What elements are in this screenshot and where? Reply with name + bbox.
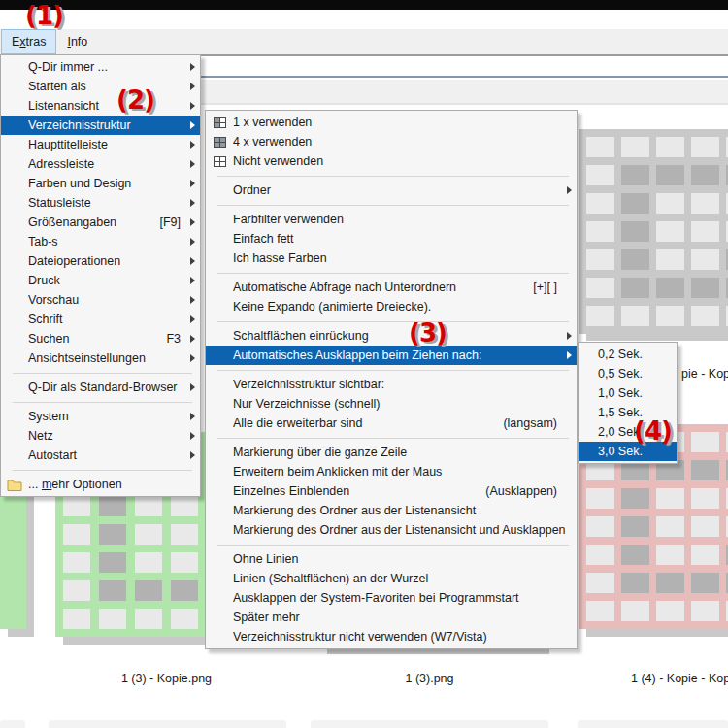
menu-item-ohne-linien[interactable]: Ohne Linien (206, 549, 577, 569)
checker-cell (171, 580, 198, 601)
menu-item-label: Farbfilter verwenden (233, 213, 344, 226)
menu-item-netz[interactable]: Netz (1, 426, 200, 446)
file-label-2[interactable]: 1 (3).png (311, 672, 548, 685)
menubar-item-info[interactable]: Info (56, 29, 98, 54)
checker-cell (656, 601, 684, 621)
checker-cell (135, 580, 162, 601)
checker-cell (171, 524, 198, 545)
menu-item-label: Verzeichnisstruktur (28, 118, 131, 132)
menu-item-0-5-sek[interactable]: 0,5 Sek. (579, 364, 677, 383)
menu-item-starten-als[interactable]: Starten als (1, 77, 200, 96)
checker-cell (691, 306, 719, 326)
menu-item-1-0-sek[interactable]: 1,0 Sek. (579, 383, 677, 403)
menu-item-label: Druck (28, 274, 60, 287)
menu-item-später-mehr[interactable]: Später mehr (206, 608, 577, 627)
menu-item-adressleiste[interactable]: Adressleiste (1, 154, 200, 174)
menu-item-listenansicht[interactable]: Listenansicht (1, 96, 200, 116)
menu-separator (206, 365, 577, 375)
menu-item-farben-und-design[interactable]: Farben und Design (1, 174, 200, 193)
menu-item-mehr-optionen[interactable]: ... mehr Optionen (1, 475, 200, 494)
submenu-arrow-icon (184, 413, 200, 420)
menu-item-tab-s[interactable]: Tab-s (1, 232, 200, 251)
right-triangle-icon (190, 160, 195, 168)
menu-item-schaltflächen-einrückung[interactable]: Schaltflächen einrückung (206, 326, 577, 346)
menu-item-automatische-abfrage-nach-unterordnern[interactable]: Automatische Abfrage nach Unterordnern[+… (206, 278, 577, 297)
menu-item-markierung-des-ordner-aus-der-listenansi[interactable]: Markierung des Ordner aus der Listenansi… (206, 501, 577, 520)
right-triangle-icon (190, 121, 195, 129)
menu-item-suchen[interactable]: SuchenF3 (1, 329, 200, 348)
submenu-arrow-icon (184, 296, 200, 304)
menu-item-icon-slot (1, 479, 28, 491)
menu-item-haupttitelleiste[interactable]: Haupttitelleiste (1, 135, 200, 154)
checker-cell (63, 580, 90, 601)
menu-item-verzeichnisstruktur-sichtbar[interactable]: Verzeichnisstruktur sichtbar: (206, 375, 577, 394)
menu-item-shortcut: [+][ ] (533, 281, 561, 294)
right-triangle-icon (190, 102, 195, 110)
menu-item-linien-schaltflächen-an-der-wurzel[interactable]: Linien (Schaltflächen) an der Wurzel (206, 569, 577, 588)
menu-item-autostart[interactable]: Autostart (1, 446, 200, 465)
file-label-3[interactable]: 1 (4) - Kopie - Kopi (631, 672, 728, 685)
right-triangle-icon (190, 180, 195, 187)
menu-item-0-2-sek[interactable]: 0,2 Sek. (579, 345, 677, 364)
menu-item-label: Keine Expando (animierte Dreiecke). (233, 300, 431, 314)
menu-item-verzeichnisstruktur-nicht-verwenden-w7-v[interactable]: Verzeichnisstruktur nicht verwenden (W7/… (206, 627, 577, 646)
menu-item-q-dir-immer[interactable]: Q-Dir immer ... (1, 57, 200, 77)
menu-item-einfach-fett[interactable]: Einfach fett (206, 229, 577, 248)
menu-item-icon-slot (206, 137, 233, 148)
menu-item-ich-hasse-farben[interactable]: Ich hasse Farben (206, 248, 577, 268)
menu-item-ordner[interactable]: Ordner (206, 181, 577, 200)
menu-item-1-x-verwenden[interactable]: 1 x verwenden (206, 113, 577, 132)
menu-item-q-dir-als-standard-browser[interactable]: Q-Dir als Standard-Browser (1, 378, 200, 397)
file-label-1[interactable]: 1 (3) - Kopie.png (47, 672, 286, 685)
menu-item-label: Adressleiste (28, 157, 94, 171)
checker-cell (586, 193, 614, 214)
checker-cell (656, 488, 684, 509)
checker-cell (99, 580, 126, 601)
menu-item-nur-verzeichnisse-schnell[interactable]: Nur Verzeichnisse (schnell) (206, 394, 577, 414)
menu-separator (206, 200, 577, 210)
menu-bar: Extras Info (0, 29, 728, 54)
menu-item-markierung-über-die-ganze-zeile[interactable]: Markierung über die ganze Zeile (206, 443, 577, 462)
menu-item-automatisches-ausklappen-beim-ziehen-nac[interactable]: Automatisches Ausklappen beim Ziehen nac… (206, 346, 577, 365)
checker-cell (586, 278, 614, 298)
menu-item-label: 4 x verwenden (233, 135, 312, 149)
menu-item-4-x-verwenden[interactable]: 4 x verwenden (206, 132, 577, 151)
checker-cell (691, 137, 719, 157)
checker-cell (621, 306, 649, 326)
menu-item-farbfilter-verwenden[interactable]: Farbfilter verwenden (206, 210, 577, 229)
menu-item-schrift[interactable]: Schrift (1, 310, 200, 329)
menu-item-system[interactable]: System (1, 407, 200, 426)
menu-item-markierung-des-ordner-aus-der-listenansi[interactable]: Markierung des Ordner aus der Listenansi… (206, 520, 577, 540)
menu-item-druck[interactable]: Druck (1, 271, 200, 290)
menu-item-dateioperationen[interactable]: Dateioperationen (1, 251, 200, 271)
menubar-item-extras[interactable]: Extras (1, 29, 56, 54)
right-triangle-icon (190, 354, 195, 362)
menu-item-vorschau[interactable]: Vorschau (1, 290, 200, 310)
checker-cell (621, 221, 649, 242)
checker-cell (691, 165, 719, 185)
menu-item-nicht-verwenden[interactable]: Nicht verwenden (206, 151, 577, 171)
menu-item-label: Schaltflächen einrückung (233, 329, 369, 343)
menu-item-alle-die-erweiterbar-sind[interactable]: Alle die erweiterbar sind(langsam) (206, 414, 577, 433)
submenu-arrow-icon (561, 186, 577, 194)
checker-cell (63, 552, 90, 573)
checker-cell (691, 278, 719, 298)
submenu-arrow-icon (184, 335, 200, 343)
menu-item-einzelnes-einblenden[interactable]: Einzelnes Einblenden(Ausklappen) (206, 481, 577, 501)
checker-cell (656, 573, 684, 593)
menu-item-statusleiste[interactable]: Statusleiste (1, 193, 200, 213)
menu-item-keine-expando-animierte-dreiecke[interactable]: Keine Expando (animierte Dreiecke). (206, 297, 577, 316)
menu-item-erweitern-beim-anklicken-mit-der-maus[interactable]: Erweitern beim Anklicken mit der Maus (206, 462, 577, 481)
menu-item-größenangaben[interactable]: Größenangaben[F9] (1, 213, 200, 232)
menu-item-verzeichnisstruktur[interactable]: Verzeichnisstruktur (1, 116, 200, 135)
menu-item-ausklappen-der-system-favoriten-bei-prog[interactable]: Ausklappen der System-Favoriten bei Prog… (206, 588, 577, 608)
file-thumbnail-topright[interactable] (579, 129, 728, 334)
menu-item-shortcut: (langsam) (503, 416, 561, 430)
submenu-arrow-icon (184, 63, 200, 71)
right-triangle-icon (190, 432, 195, 440)
right-triangle-icon (190, 413, 195, 420)
menu-item-label: Nicht verwenden (233, 154, 323, 168)
submenu-arrow-icon (561, 332, 577, 340)
checker-cell (691, 221, 719, 242)
menu-item-ansichtseinstellungen[interactable]: Ansichtseinstellungen (1, 348, 200, 368)
